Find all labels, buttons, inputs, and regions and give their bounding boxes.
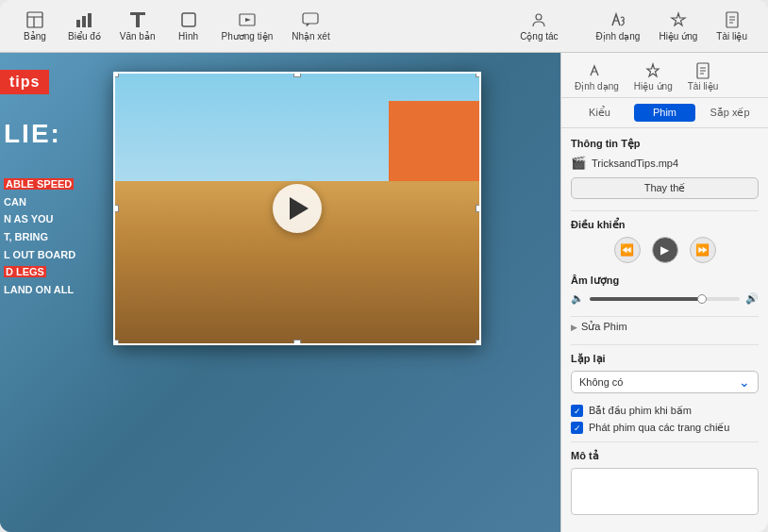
format-icon	[609, 10, 627, 29]
svg-rect-6	[130, 12, 145, 15]
svg-rect-4	[82, 16, 86, 27]
toolbar-label-bang: Bảng	[24, 31, 46, 42]
slide-line-7: LAND ON ALL	[4, 281, 75, 299]
video-inner	[115, 74, 479, 343]
svg-marker-14	[672, 13, 685, 25]
volume-slider-thumb[interactable]	[697, 294, 707, 304]
play-button[interactable]	[273, 184, 322, 233]
rewind-button[interactable]: ⏪	[614, 237, 641, 263]
file-name: TricksandTips.mp4	[592, 158, 678, 169]
tab-sapxep[interactable]: Sắp xếp	[699, 104, 760, 122]
svg-rect-11	[303, 13, 318, 24]
chevron-right-icon: ▶	[571, 323, 577, 332]
tips-badge: tips	[0, 70, 49, 94]
divider-3	[571, 441, 759, 442]
toolbar-label-vanban: Văn bản	[120, 31, 156, 42]
table-icon	[25, 10, 44, 29]
toolbar-item-phuongtien[interactable]: Phương tiện	[212, 7, 283, 45]
svg-rect-7	[136, 15, 140, 27]
svg-rect-3	[76, 20, 80, 27]
panel-tabs-top: Định dạng Hiệu ứng Tài liệu	[561, 53, 768, 98]
tab-phim[interactable]: Phim	[634, 104, 695, 122]
toolbar-item-nhanxet[interactable]: Nhận xét	[282, 7, 339, 45]
tab-top-format-label: Định dạng	[575, 81, 619, 91]
description-section: Mô tả	[571, 450, 759, 519]
tab-kieu[interactable]: Kiểu	[569, 104, 630, 122]
volume-slider-track[interactable]	[590, 297, 740, 301]
checkbox-slides[interactable]	[571, 422, 583, 434]
slide-line-3: N AS YOU	[4, 210, 75, 228]
handle-middle-right[interactable]	[476, 205, 481, 212]
toolbar-label-congtac: Cộng tác	[520, 31, 558, 42]
replace-button[interactable]: Thay thế	[571, 177, 759, 199]
toolbar-label-dinhDang: Định dạng	[596, 31, 641, 42]
toolbar-label-phuongtien: Phương tiện	[222, 31, 274, 42]
svg-marker-10	[245, 18, 251, 22]
svg-rect-8	[182, 13, 195, 26]
media-icon	[238, 10, 257, 29]
tab-top-effects-label: Hiệu ứng	[634, 81, 673, 91]
text-icon	[128, 10, 147, 29]
toolbar-item-hieuung[interactable]: Hiệu ứng	[649, 7, 707, 45]
document-tab-icon	[694, 62, 711, 79]
effects-tab-icon	[644, 62, 661, 79]
format-tab-icon	[588, 62, 605, 79]
slide-line-4: T, BRING	[4, 228, 75, 246]
toolbar-label-hieuung: Hiệu ứng	[659, 31, 697, 42]
controls-row: ⏪ ▶ ⏩	[571, 237, 759, 263]
main-area: tips LIE: ABLE SPEED CAN N AS YOU T, BRI…	[0, 53, 768, 532]
toolbar-item-bieudo[interactable]: Biểu đồ	[58, 7, 110, 45]
collab-icon	[529, 10, 548, 29]
tab-top-document[interactable]: Tài liệu	[682, 60, 725, 93]
checkbox-autoplay-row: Bắt đầu phim khi bấm	[571, 405, 759, 417]
repeat-dropdown[interactable]: Không có ⌄	[571, 371, 759, 393]
slide-line-1: ABLE SPEED	[4, 175, 75, 193]
svg-marker-20	[647, 64, 659, 76]
volume-section-title: Âm lượng	[571, 274, 759, 287]
repeat-section-title: Lặp lại	[571, 353, 759, 365]
checkbox-slides-label: Phát phim qua các trang chiếu	[589, 422, 729, 434]
file-section: Thông tin Tệp 🎬 TricksandTips.mp4 Thay t…	[571, 138, 759, 199]
video-frame[interactable]	[113, 72, 481, 345]
handle-top-left[interactable]	[113, 72, 119, 77]
toolbar-label-nhanxet: Nhận xét	[292, 31, 329, 42]
volume-row: 🔈 🔊	[571, 292, 759, 305]
file-icon: 🎬	[571, 156, 586, 170]
checkbox-autoplay[interactable]	[571, 405, 583, 417]
toolbar-item-tailieu[interactable]: Tài liệu	[707, 7, 757, 45]
tab-top-document-label: Tài liệu	[688, 81, 719, 91]
checkbox-slides-row: Phát phim qua các trang chiếu	[571, 422, 759, 434]
handle-bottom-middle[interactable]	[293, 340, 301, 345]
controls-section-title: Điều khiển	[571, 219, 759, 231]
play-triangle-icon	[290, 197, 309, 220]
fast-forward-button[interactable]: ⏩	[690, 237, 716, 263]
handle-top-middle[interactable]	[293, 72, 301, 77]
description-section-title: Mô tả	[571, 450, 759, 462]
handle-top-right[interactable]	[476, 72, 481, 77]
slide-text-lines: ABLE SPEED CAN N AS YOU T, BRING L OUT B…	[4, 175, 75, 299]
slide-line-5: L OUT BOARD	[4, 246, 75, 264]
description-input[interactable]	[571, 468, 759, 515]
divider-2	[571, 344, 759, 345]
toolbar-item-congtac[interactable]: Cộng tác	[510, 7, 567, 45]
chart-icon	[75, 10, 93, 29]
edit-film-collapsible[interactable]: ▶ Sửa Phim	[571, 316, 759, 337]
toolbar-item-dinhDang[interactable]: Định dạng	[587, 7, 650, 45]
play-pause-button[interactable]: ▶	[652, 237, 678, 263]
divider-1	[571, 210, 759, 211]
volume-section: Âm lượng 🔈 🔊	[571, 274, 759, 305]
handle-bottom-right[interactable]	[476, 340, 481, 345]
tab-top-format[interactable]: Định dạng	[569, 60, 625, 93]
toolbar-item-vanban[interactable]: Văn bản	[110, 7, 165, 45]
volume-low-icon: 🔈	[571, 292, 584, 305]
handle-middle-left[interactable]	[113, 205, 119, 212]
document-icon	[723, 10, 742, 29]
panel-tabs-secondary: Kiểu Phim Sắp xếp	[561, 98, 768, 128]
toolbar-item-bang[interactable]: Bảng	[11, 7, 58, 45]
handle-bottom-left[interactable]	[113, 340, 119, 345]
canvas-area[interactable]: tips LIE: ABLE SPEED CAN N AS YOU T, BRI…	[0, 53, 560, 532]
tab-top-effects[interactable]: Hiệu ứng	[628, 60, 678, 93]
toolbar-item-hinh[interactable]: Hình	[165, 7, 212, 45]
shape-icon	[179, 10, 198, 29]
checkbox-autoplay-label: Bắt đầu phim khi bấm	[589, 405, 692, 417]
